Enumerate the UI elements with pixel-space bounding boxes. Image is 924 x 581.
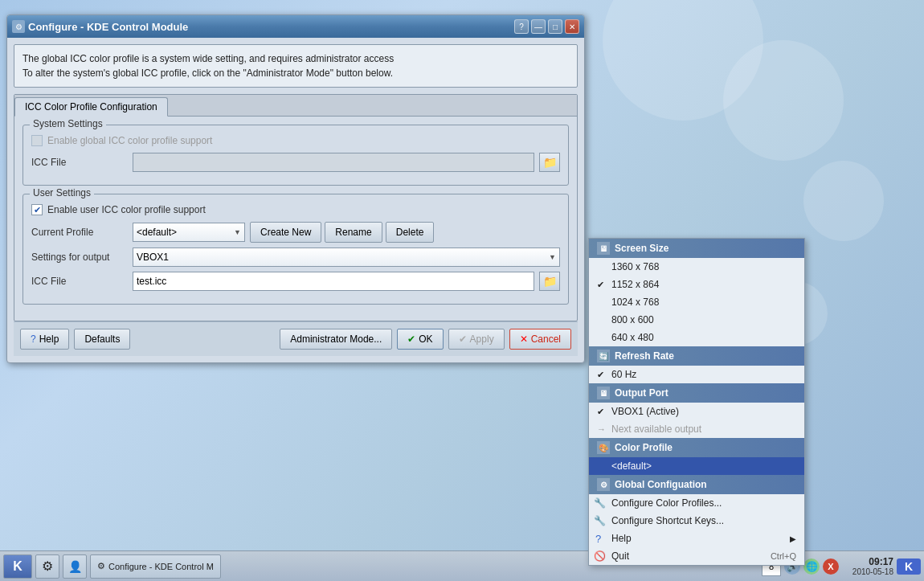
screen-size-header: 🖥 Screen Size bbox=[589, 239, 804, 258]
system-settings-label: System Settings bbox=[30, 118, 106, 129]
admin-mode-button[interactable]: Administrator Mode... bbox=[280, 329, 392, 350]
user-icc-input[interactable] bbox=[133, 272, 534, 291]
quit-shortcut: Ctrl+Q bbox=[771, 551, 796, 561]
tab-header: ICC Color Profile Configuration bbox=[14, 95, 577, 117]
create-new-button[interactable]: Create New bbox=[250, 222, 321, 243]
cancel-button[interactable]: ✕ Cancel bbox=[509, 329, 571, 350]
system-browse-button[interactable]: 📁 bbox=[539, 153, 560, 172]
size-1360x768[interactable]: 1360 x 768 bbox=[589, 258, 804, 276]
dropdown-arrow-icon: ▼ bbox=[234, 228, 241, 236]
profile-default[interactable]: <default> bbox=[589, 457, 804, 475]
help-icon: ? bbox=[31, 333, 36, 345]
size-640x480[interactable]: 640 x 480 bbox=[589, 329, 804, 346]
rate-60hz[interactable]: ✔ 60 Hz bbox=[589, 366, 804, 383]
info-box: The global ICC color profile is a system… bbox=[14, 44, 578, 88]
titlebar-icon: ⚙ bbox=[12, 20, 25, 33]
action-configure-profiles[interactable]: 🔧 Configure Color Profiles... bbox=[589, 494, 804, 512]
info-line1: The global ICC color profile is a system… bbox=[22, 51, 569, 66]
window-task-button[interactable]: ⚙ Configure - KDE Control M bbox=[90, 554, 221, 579]
ok-icon: ✔ bbox=[407, 333, 415, 345]
quit-icon: 🚫 bbox=[594, 550, 606, 562]
tray-icon-4[interactable]: K bbox=[897, 558, 921, 575]
system-icc-input[interactable] bbox=[133, 153, 534, 172]
output-port-icon: 🖥 bbox=[597, 387, 610, 399]
cancel-icon: ✕ bbox=[520, 333, 528, 345]
tab-widget: ICC Color Profile Configuration System S… bbox=[14, 94, 578, 321]
help-submenu-arrow-icon: ▶ bbox=[790, 534, 796, 543]
system-checkbox-row: Enable global ICC color profile support bbox=[31, 135, 560, 146]
rename-button[interactable]: Rename bbox=[325, 222, 382, 243]
refresh-rate-icon: 🔄 bbox=[597, 350, 610, 362]
user-enable-checkbox[interactable]: ✔ bbox=[31, 204, 43, 215]
tray-icon-2[interactable]: 🌐 bbox=[803, 558, 820, 575]
action-quit[interactable]: 🚫 Quit Ctrl+Q bbox=[589, 547, 804, 565]
action-configure-shortcuts[interactable]: 🔧 Configure Shortcut Keys... bbox=[589, 512, 804, 530]
user-checkbox-row: ✔ Enable user ICC color profile support bbox=[31, 204, 560, 215]
checkmark-60hz-icon: ✔ bbox=[597, 370, 604, 380]
user-settings-label: User Settings bbox=[30, 187, 94, 198]
user-settings-group: User Settings ✔ Enable user ICC color pr… bbox=[22, 194, 569, 305]
output-port-header: 🖥 Output Port bbox=[589, 383, 804, 403]
current-profile-row: Current Profile <default> ▼ Create New R… bbox=[31, 222, 560, 243]
maximize-button[interactable]: □ bbox=[548, 19, 562, 34]
configure-profiles-icon: 🔧 bbox=[594, 497, 606, 509]
current-profile-value: <default> bbox=[137, 227, 177, 238]
clock: 09:17 bbox=[845, 556, 893, 567]
titlebar-buttons: ? — □ ✕ bbox=[514, 19, 579, 34]
settings-dropdown-arrow-icon: ▼ bbox=[549, 253, 556, 261]
window-title: Configure - KDE Control Module bbox=[28, 21, 188, 33]
global-config-header: ⚙ Global Configuation bbox=[589, 475, 804, 494]
date: 2010-05-18 bbox=[845, 567, 893, 576]
help-bottom-button[interactable]: ? Help bbox=[20, 329, 69, 350]
settings-output-dropdown[interactable]: VBOX1 ▼ bbox=[133, 248, 560, 267]
help-menu-icon: ? bbox=[595, 533, 601, 545]
taskbar-icon2[interactable]: 👤 bbox=[63, 554, 87, 579]
window-task-icon: ⚙ bbox=[97, 561, 105, 571]
checkmark-icon: ✔ bbox=[597, 280, 604, 290]
info-line2: To alter the system's global ICC profile… bbox=[22, 66, 569, 80]
system-icc-file-row: ICC File 📁 bbox=[31, 153, 560, 172]
window-body: The global ICC color profile is a system… bbox=[7, 38, 584, 362]
port-vbox1[interactable]: ✔ VBOX1 (Active) bbox=[589, 403, 804, 420]
size-800x600[interactable]: 800 x 600 bbox=[589, 311, 804, 329]
color-profile-header: 🎨 Color Profile bbox=[589, 438, 804, 457]
settings-output-value: VBOX1 bbox=[137, 252, 169, 263]
color-profile-icon: 🎨 bbox=[597, 441, 610, 454]
delete-button[interactable]: Delete bbox=[386, 222, 435, 243]
screen-size-icon: 🖥 bbox=[597, 242, 610, 255]
tab-content: System Settings Enable global ICC color … bbox=[14, 117, 577, 321]
configure-shortcuts-icon: 🔧 bbox=[594, 515, 606, 526]
tab-icc-profile[interactable]: ICC Color Profile Configuration bbox=[14, 97, 168, 117]
system-checkbox-label: Enable global ICC color profile support bbox=[47, 135, 212, 146]
close-button[interactable]: ✕ bbox=[565, 19, 579, 34]
taskbar-clock-area: 09:17 2010-05-18 bbox=[845, 556, 893, 576]
current-profile-dropdown[interactable]: <default> ▼ bbox=[133, 223, 245, 242]
titlebar-left: ⚙ Configure - KDE Control Module bbox=[12, 20, 188, 33]
kde-menu-button[interactable]: K bbox=[3, 554, 32, 579]
kde-window: ⚙ Configure - KDE Control Module ? — □ ✕… bbox=[6, 14, 585, 363]
window-task-label: Configure - KDE Control M bbox=[108, 562, 214, 571]
settings-output-label: Settings for output bbox=[31, 252, 128, 263]
tray-icon-3[interactable]: X bbox=[823, 558, 839, 575]
user-icc-file-row: ICC File 📁 bbox=[31, 272, 560, 291]
global-config-icon: ⚙ bbox=[597, 478, 610, 491]
size-1152x864[interactable]: ✔ 1152 x 864 bbox=[589, 276, 804, 293]
size-1024x768[interactable]: 1024 x 768 bbox=[589, 293, 804, 311]
defaults-button[interactable]: Defaults bbox=[74, 329, 130, 350]
apply-button[interactable]: ✔ Apply bbox=[448, 329, 505, 350]
ok-button[interactable]: ✔ OK bbox=[397, 329, 443, 350]
user-browse-button[interactable]: 📁 bbox=[539, 272, 560, 291]
context-menu: 🖥 Screen Size 1360 x 768 ✔ 1152 x 864 10… bbox=[588, 238, 805, 566]
taskbar-icon1[interactable]: ⚙ bbox=[35, 554, 59, 579]
port-next: → Next available output bbox=[589, 420, 804, 438]
system-enable-checkbox[interactable] bbox=[31, 135, 43, 146]
settings-output-row: Settings for output VBOX1 ▼ bbox=[31, 248, 560, 267]
action-help[interactable]: ? Help ▶ bbox=[589, 530, 804, 547]
help-button[interactable]: ? bbox=[514, 19, 529, 34]
user-checkbox-label: Enable user ICC color profile support bbox=[47, 204, 206, 215]
bottom-bar: ? Help Defaults Administrator Mode... ✔ … bbox=[14, 321, 578, 356]
system-icc-label: ICC File bbox=[31, 157, 128, 168]
refresh-rate-header: 🔄 Refresh Rate bbox=[589, 346, 804, 366]
minimize-button[interactable]: — bbox=[531, 19, 546, 34]
apply-icon: ✔ bbox=[459, 333, 467, 345]
